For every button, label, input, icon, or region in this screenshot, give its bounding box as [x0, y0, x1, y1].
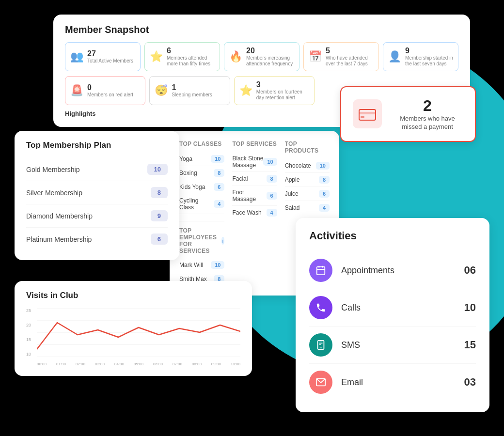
new-members-label: Membership started in the last seven day… [405, 55, 453, 67]
membership-row-diamond: Diamond Membership 9 [26, 204, 168, 228]
chocolate-name: Chocolate [285, 162, 311, 169]
yoga-name: Yoga [179, 156, 192, 162]
activities-title: Activities [309, 230, 476, 242]
line-chart [37, 308, 240, 357]
svg-rect-1 [359, 112, 376, 114]
missed-payment-icon [353, 99, 382, 128]
cycling-name: Cycling Class [179, 197, 214, 211]
snapshot-stats-row1: 👥 27 Total Active Members ⭐ 6 Members at… [65, 42, 458, 71]
x-label-8: 08:00 [192, 362, 202, 366]
svg-rect-8 [317, 267, 325, 275]
boxing-count: 8 [214, 169, 224, 177]
sms-name: SMS [341, 340, 464, 350]
stat-box-retention: ⭐ 3 Members on fourteen day retention al… [234, 76, 315, 105]
juice-name: Juice [285, 190, 299, 197]
calls-name: Calls [341, 303, 464, 313]
increasing-icon: 🔥 [229, 50, 242, 63]
employees-section: Top Employees for Services i Mark Will 1… [179, 221, 224, 286]
x-label-7: 07:00 [173, 362, 182, 366]
apple-name: Apple [285, 176, 300, 183]
active-members-label: Total Active Members [87, 58, 133, 64]
chocolate-count: 10 [316, 162, 330, 170]
activity-email: Email 03 [309, 364, 476, 401]
svg-rect-0 [359, 109, 376, 120]
last7days-number: 5 [326, 47, 374, 55]
last7days-icon: 📅 [309, 50, 322, 63]
sleeping-label: Sleeping members [172, 92, 212, 98]
salad-name: Salad [285, 204, 300, 211]
increasing-label: Members increasing attendance frequency [246, 55, 294, 67]
service-facial: Facial 8 [232, 172, 277, 186]
red-alert-label: Members on red alert [87, 92, 133, 98]
appointments-icon-circle [309, 259, 332, 282]
retention-number: 3 [256, 80, 309, 89]
top-classes-section: Top Classes Yoga 10 Boxing 8 Kids Yoga 6… [179, 140, 224, 286]
stat-box-red-alert: 🚨 0 Members on red alert [65, 76, 145, 105]
silver-membership-count: 8 [151, 187, 168, 198]
missed-payment-number: 2 [392, 97, 463, 115]
top-services-section: Top Services Black Stone Massage 10 Faci… [232, 140, 277, 286]
active-members-number: 27 [87, 49, 133, 58]
stat-box-last7days: 📅 5 Who have attended over the last 7 da… [303, 42, 379, 71]
retention-icon: ⭐ [239, 84, 252, 97]
kids-yoga-count: 6 [214, 183, 224, 191]
foot-massage-name: Foot Massage [232, 189, 266, 202]
yoga-count: 10 [211, 155, 224, 163]
face-wash-count: 4 [267, 209, 277, 217]
gold-membership-count: 10 [147, 164, 168, 175]
stat-box-active-members: 👥 27 Total Active Members [65, 42, 141, 71]
top-class-yoga: Yoga 10 [179, 152, 224, 166]
membership-title: Top Membership Plan [26, 140, 168, 150]
diamond-membership-count: 9 [151, 210, 168, 221]
y-label-20: 20 [26, 323, 36, 327]
top-class-cycling: Cycling Class 4 [179, 194, 224, 214]
platinum-membership-count: 6 [151, 234, 168, 245]
product-salad: Salad 4 [285, 201, 330, 215]
top-class-boxing: Boxing 8 [179, 166, 224, 180]
calls-icon-circle [309, 296, 332, 319]
salad-count: 4 [319, 204, 330, 212]
activity-calls: Calls 10 [309, 289, 476, 327]
mark-will-count: 10 [211, 261, 224, 269]
chart-y-labels: 25 20 15 10 [26, 308, 36, 357]
retention-label: Members on fourteen day retention alert [256, 89, 309, 101]
x-label-2: 02:00 [76, 362, 85, 366]
employee-mark: Mark Will 10 [179, 258, 224, 272]
calls-count: 10 [464, 301, 476, 314]
diamond-membership-name: Diamond Membership [26, 212, 93, 220]
x-label-0: 00:00 [37, 362, 47, 366]
top-class-kids-yoga: Kids Yoga 6 [179, 180, 224, 194]
y-label-25: 25 [26, 308, 36, 313]
missed-payment-text: Members who have missed a payment [392, 115, 463, 131]
active-members-icon: 👥 [70, 50, 83, 63]
email-icon-circle [309, 371, 332, 394]
main-wrapper: Member Snapshot 👥 27 Total Active Member… [15, 15, 489, 421]
product-chocolate: Chocolate 10 [285, 159, 330, 173]
top-classes-title: Top Classes [179, 140, 224, 147]
new-members-icon: 👤 [388, 50, 401, 63]
service-black-stone: Black Stone Massage 10 [232, 152, 277, 172]
boxing-name: Boxing [179, 170, 197, 176]
info-icon[interactable]: i [221, 237, 225, 245]
visits-card: Visits in Club 25 20 15 10 00:00 01:00 [15, 281, 252, 376]
activity-appointments: Appointments 06 [309, 252, 476, 289]
kids-yoga-name: Kids Yoga [179, 184, 205, 190]
silver-membership-name: Silver Membership [26, 189, 82, 197]
juice-count: 6 [319, 190, 330, 198]
x-label-9: 09:00 [211, 362, 221, 366]
stat-box-new-members: 👤 9 Membership started in the last seven… [383, 42, 458, 71]
service-foot-massage: Foot Massage 6 [232, 186, 277, 206]
foot-massage-count: 6 [267, 192, 277, 200]
fifty-times-number: 6 [167, 47, 215, 55]
platinum-membership-name: Platinum Membership [26, 235, 92, 243]
gold-membership-name: Gold Membership [26, 166, 80, 173]
sleeping-number: 1 [172, 83, 212, 92]
stat-box-fifty-times: ⭐ 6 Members attended more than fifty tim… [144, 42, 220, 71]
black-stone-count: 10 [263, 158, 277, 166]
missed-payment-card: 2 Members who have missed a payment [340, 86, 476, 142]
membership-row-platinum: Platinum Membership 6 [26, 228, 168, 250]
appointments-count: 06 [464, 264, 476, 277]
stat-box-sleeping: 😴 1 Sleeping members [149, 76, 230, 105]
sms-count: 15 [464, 339, 476, 351]
y-label-15: 15 [26, 337, 36, 342]
